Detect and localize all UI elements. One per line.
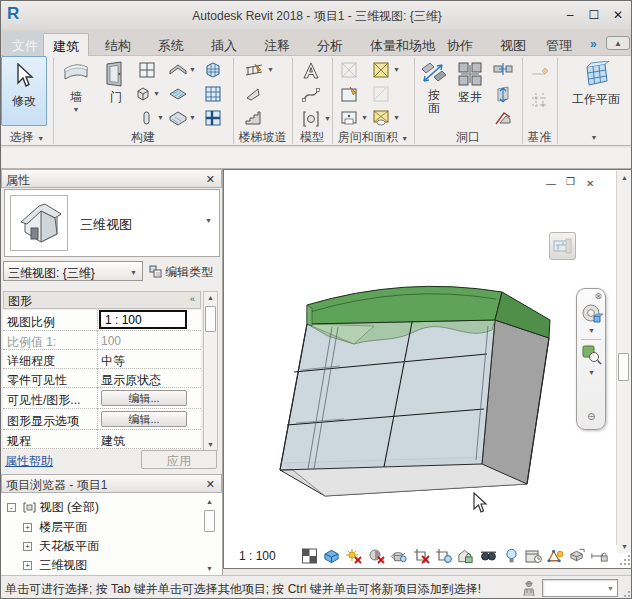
minimize-button[interactable]: – xyxy=(559,7,581,23)
expand-expander-icon[interactable]: + xyxy=(23,542,32,551)
door-button[interactable]: 门 xyxy=(97,58,135,124)
visibility-edit-button[interactable]: 编辑... xyxy=(101,390,187,406)
analytical-model-icon[interactable] xyxy=(547,548,564,564)
view-resize-grip[interactable] xyxy=(618,553,630,565)
view-restore-icon[interactable]: ❐ xyxy=(566,176,575,187)
model-group-button[interactable]: ▼ xyxy=(302,111,320,129)
displace-elements-icon[interactable] xyxy=(569,548,586,564)
prop-value[interactable]: 显示原状态 xyxy=(101,372,161,389)
panel-label-rooms[interactable]: 房间和面积 ▼ xyxy=(332,129,414,144)
ramp-button[interactable] xyxy=(245,86,263,104)
scroll-up-icon[interactable]: ▲ xyxy=(619,174,630,181)
area-dropdown-icon[interactable]: ▼ xyxy=(393,66,400,73)
railing-button[interactable]: ▼ xyxy=(245,62,263,80)
prop-value[interactable]: 中等 xyxy=(101,353,125,370)
type-selector-dropdown-icon[interactable]: ▼ xyxy=(205,217,212,224)
reveal-constraints-icon[interactable] xyxy=(591,548,608,564)
work-plane-button[interactable]: 工作平面 xyxy=(561,58,631,124)
view-scale-input[interactable] xyxy=(99,310,187,329)
apply-button[interactable]: 应用 xyxy=(141,450,217,469)
curtain-system-button[interactable] xyxy=(205,62,223,80)
instance-selector[interactable]: 三维视图: {三维} ▼ xyxy=(3,261,143,281)
model-group-dropdown-icon[interactable]: ▼ xyxy=(324,115,331,122)
modify-button[interactable]: 修改 xyxy=(1,56,47,126)
curtain-grid-button[interactable] xyxy=(205,86,223,104)
wall-opening-button[interactable] xyxy=(493,62,511,80)
stairs-button[interactable] xyxy=(245,110,263,128)
panel-label-select[interactable]: 选择 ▼ xyxy=(1,129,53,144)
tab-massing-site[interactable]: 体量和场地 xyxy=(361,33,444,56)
tab-collaborate[interactable]: 协作 xyxy=(438,33,482,56)
component-button[interactable]: ▼ xyxy=(135,86,153,104)
view-minimize-icon[interactable]: — xyxy=(546,178,556,189)
tree-label[interactable]: 楼层平面 xyxy=(39,520,87,534)
show-crop-region-icon[interactable] xyxy=(435,548,452,564)
column-button[interactable]: ▼ xyxy=(139,110,157,128)
ceiling-button[interactable] xyxy=(169,86,187,104)
tab-systems[interactable]: 系统 xyxy=(149,33,193,56)
properties-header[interactable]: 属性 ✕ xyxy=(1,169,222,188)
tab-structure[interactable]: 结构 xyxy=(96,33,140,56)
tag-area-button[interactable]: ▼ xyxy=(373,110,391,128)
3d-model-view[interactable] xyxy=(244,220,574,510)
scrollbar-thumb[interactable] xyxy=(205,306,216,332)
temporary-hide-isolate-icon[interactable] xyxy=(480,548,497,564)
tree-label[interactable]: 视图 (全部) xyxy=(40,500,99,514)
level-button[interactable] xyxy=(531,64,549,82)
drawing-area[interactable]: — ❐ ✕ xyxy=(223,169,632,569)
opening-by-face-button[interactable]: 按面 xyxy=(418,58,450,124)
wall-button[interactable]: 墙 ▼ xyxy=(57,58,95,124)
tab-view[interactable]: 视图 xyxy=(491,33,535,56)
properties-close-icon[interactable]: ✕ xyxy=(206,173,215,186)
zoom-dropdown-icon[interactable]: ▼ xyxy=(588,369,595,376)
visual-style-icon[interactable] xyxy=(323,548,340,564)
tab-insert[interactable]: 插入 xyxy=(202,33,246,56)
model-text-button[interactable] xyxy=(302,62,320,80)
tab-annotate[interactable]: 注释 xyxy=(255,33,299,56)
scroll-down-icon[interactable]: ▼ xyxy=(204,565,215,572)
tab-manage[interactable]: 管理 xyxy=(537,33,581,56)
scroll-up-icon[interactable]: ▲ xyxy=(204,498,215,505)
worksets-worker-icon[interactable] xyxy=(521,580,537,597)
sun-path-icon[interactable] xyxy=(345,548,362,564)
minimize-ribbon-button[interactable]: ▲ xyxy=(606,36,630,50)
section-graphics[interactable]: 图形 « xyxy=(3,291,201,309)
tree-item-3d-views[interactable]: + 三维视图 xyxy=(23,557,87,574)
column-dropdown-icon[interactable]: ▼ xyxy=(157,114,164,121)
project-browser-header[interactable]: 项目浏览器 - 项目1 ✕ xyxy=(1,474,222,493)
panel-label-datum[interactable]: 基准 xyxy=(522,129,557,144)
graphic-display-edit-button[interactable]: 编辑... xyxy=(101,411,187,427)
railing-dropdown-icon[interactable]: ▼ xyxy=(267,66,274,73)
tree-item-floor-plans[interactable]: + 楼层平面 xyxy=(23,519,87,536)
window-button[interactable] xyxy=(139,62,157,80)
panel-label-model[interactable]: 模型 xyxy=(292,129,332,144)
view-scale-button[interactable]: 1 : 100 xyxy=(239,549,276,563)
section-collapse-icon[interactable]: « xyxy=(190,294,195,304)
scroll-down-icon[interactable]: ▼ xyxy=(205,441,216,448)
viewcube-home-button[interactable] xyxy=(549,232,576,260)
tab-file[interactable]: 文件 xyxy=(3,31,47,56)
panel-dropdown-workplane[interactable]: ▼ xyxy=(557,129,631,144)
tag-room-button[interactable]: ▼ xyxy=(341,110,359,128)
status-dropdown[interactable]: ▼ xyxy=(542,579,618,597)
expand-expander-icon[interactable]: + xyxy=(23,561,32,570)
component-dropdown-icon[interactable]: ▼ xyxy=(153,90,160,97)
type-selector[interactable]: 三维视图 ▼ xyxy=(4,189,220,257)
shadows-icon[interactable] xyxy=(368,548,385,564)
dormer-button[interactable] xyxy=(495,111,513,129)
prop-value[interactable]: 建筑 xyxy=(101,433,125,450)
shaft-button[interactable]: 竖井 xyxy=(453,58,487,124)
scroll-up-icon[interactable]: ▲ xyxy=(205,294,216,301)
properties-scrollbar[interactable]: ▲ ▼ xyxy=(203,291,218,451)
temporary-view-properties-icon[interactable] xyxy=(525,548,542,564)
wheel-dropdown-icon[interactable]: ▼ xyxy=(588,327,595,334)
zoom-tool-icon[interactable] xyxy=(582,345,602,365)
scrollbar-thumb[interactable] xyxy=(618,353,629,381)
properties-help-link[interactable]: 属性帮助 xyxy=(5,453,53,470)
panel-label-stairs[interactable]: 楼梯坡道 xyxy=(233,129,292,144)
floor-dropdown-icon[interactable]: ▼ xyxy=(189,114,196,121)
window-resize-grip[interactable] xyxy=(620,587,630,597)
tab-architecture[interactable]: 建筑 xyxy=(43,33,89,56)
roof-button[interactable]: ▼ xyxy=(169,62,187,80)
tag-room-dropdown-icon[interactable]: ▼ xyxy=(361,114,368,121)
